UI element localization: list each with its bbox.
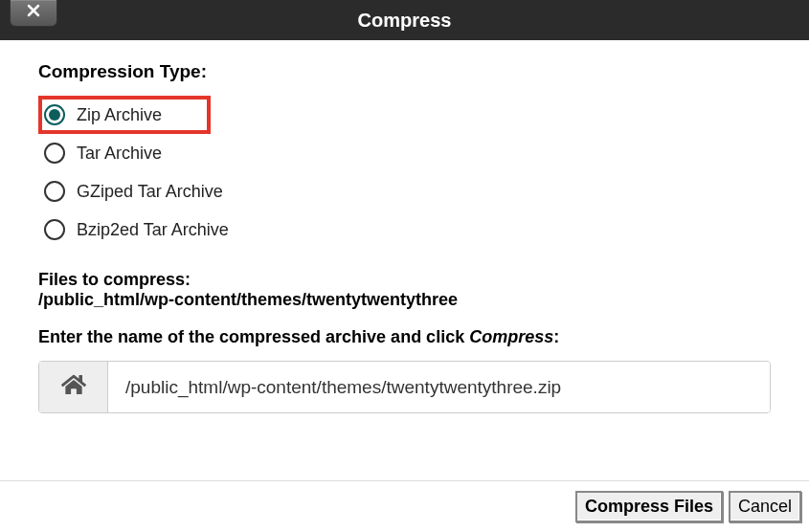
dialog-content: Compression Type: Zip Archive Tar Archiv… (0, 40, 809, 423)
radio-icon (44, 143, 65, 164)
compression-type-label: Compression Type: (38, 61, 771, 82)
prompt-suffix: : (553, 327, 559, 346)
dialog-title: Compress (358, 10, 452, 32)
radio-option-zip[interactable]: Zip Archive (38, 96, 211, 134)
cancel-button[interactable]: Cancel (729, 491, 801, 522)
radio-icon (44, 181, 65, 202)
radio-icon (44, 104, 65, 125)
radio-label: Zip Archive (77, 105, 162, 125)
dialog-footer: Compress Files Cancel (0, 480, 809, 532)
home-icon (61, 372, 86, 402)
radio-label: Tar Archive (77, 144, 162, 164)
files-to-compress-path: /public_html/wp-content/themes/twentytwe… (38, 290, 771, 310)
close-icon (26, 3, 41, 23)
archive-name-prompt: Enter the name of the compressed archive… (38, 327, 771, 347)
radio-label: GZiped Tar Archive (77, 182, 223, 202)
prompt-text: Enter the name of the compressed archive… (38, 327, 469, 346)
prompt-em: Compress (469, 327, 553, 346)
dialog-titlebar: Compress (0, 0, 809, 40)
radio-option-gzip[interactable]: GZiped Tar Archive (38, 172, 771, 211)
radio-icon (44, 219, 65, 240)
archive-path-input[interactable] (108, 362, 770, 412)
archive-path-input-group (38, 361, 771, 413)
home-addon[interactable] (39, 362, 108, 412)
compress-files-button[interactable]: Compress Files (575, 491, 723, 522)
radio-option-bzip2[interactable]: Bzip2ed Tar Archive (38, 211, 771, 249)
files-to-compress-label: Files to compress: (38, 270, 771, 290)
compression-type-group: Zip Archive Tar Archive GZiped Tar Archi… (38, 96, 771, 249)
radio-label: Bzip2ed Tar Archive (77, 220, 229, 240)
radio-option-tar[interactable]: Tar Archive (38, 134, 771, 172)
close-button[interactable] (10, 0, 57, 27)
